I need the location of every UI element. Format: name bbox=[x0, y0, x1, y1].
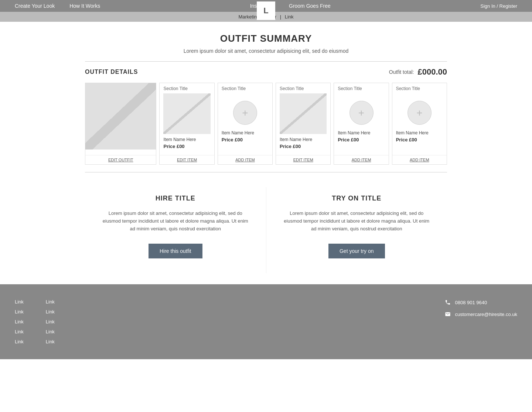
outfit-details-title: OUTFIT DETAILS bbox=[85, 69, 138, 75]
logo[interactable]: L bbox=[257, 1, 275, 20]
card-item-name-2: Item Name Here bbox=[222, 130, 269, 135]
outfit-main-card: EDIT OUTFIT bbox=[85, 83, 156, 165]
footer-links: Link Link Link Link Link Link Link Link … bbox=[15, 299, 55, 344]
card-body-2: Section Title + Item Name Here Price £00 bbox=[218, 83, 272, 155]
add-item-circle-2: + bbox=[233, 101, 257, 125]
phone-icon bbox=[444, 299, 451, 306]
add-item-button-2[interactable]: ADD ITEM bbox=[218, 155, 272, 164]
main-card-image bbox=[85, 83, 156, 150]
outfit-total-price: £000.00 bbox=[417, 67, 447, 77]
item-card-2: Section Title + Item Name Here Price £00… bbox=[218, 83, 273, 165]
banner-link[interactable]: Link bbox=[285, 14, 294, 20]
outfit-summary-header: OUTFIT SUMMARY Lorem ipsum dolor sit ame… bbox=[85, 33, 447, 54]
footer-email: customercare@hiresite.co.uk bbox=[455, 312, 517, 317]
card-price-5: Price £00 bbox=[396, 137, 443, 143]
footer-col-2: Link Link Link Link Link bbox=[46, 299, 55, 344]
edit-outfit-button[interactable]: EDIT OUTFIT bbox=[85, 155, 156, 164]
card-price-1: Price £00 bbox=[163, 144, 210, 149]
nav-groom-goes-free[interactable]: Groom Goes Free bbox=[289, 3, 331, 9]
tryon-title: TRY ON TITLE bbox=[281, 195, 433, 202]
footer-col2-link-1[interactable]: Link bbox=[46, 309, 55, 315]
main-image-placeholder bbox=[85, 83, 156, 150]
banner-separator: | bbox=[280, 14, 281, 20]
card-item-name-1: Item Name Here bbox=[163, 137, 210, 142]
item-card-5: Section Title + Item Name Here Price £00… bbox=[392, 83, 447, 165]
main-nav: Create Your Look How It Works L Inspire … bbox=[0, 0, 532, 12]
footer-col-1: Link Link Link Link Link bbox=[15, 299, 24, 344]
card-section-title-1: Section Title bbox=[163, 86, 210, 91]
card-body-1: Section Title Item Name Here Price £00 bbox=[160, 83, 214, 155]
footer-contact: 0808 901 9640 customercare@hiresite.co.u… bbox=[444, 299, 517, 344]
footer-phone: 0808 901 9640 bbox=[455, 300, 487, 305]
add-item-button-4[interactable]: ADD ITEM bbox=[334, 155, 388, 164]
hire-column: HIRE TITLE Lorem ipsum dolor sit amet, c… bbox=[85, 187, 266, 273]
page-content: OUTFIT SUMMARY Lorem ipsum dolor sit ame… bbox=[78, 22, 454, 284]
footer-email-item: customercare@hiresite.co.uk bbox=[444, 311, 517, 317]
card-section-title-3: Section Title bbox=[280, 86, 327, 91]
card-body-5: Section Title + Item Name Here Price £00 bbox=[392, 83, 447, 155]
card-item-name-5: Item Name Here bbox=[396, 130, 443, 135]
nav-how-it-works[interactable]: How It Works bbox=[69, 3, 100, 9]
footer-col2-link-0[interactable]: Link bbox=[46, 299, 55, 305]
footer: Link Link Link Link Link Link Link Link … bbox=[0, 284, 532, 359]
card-section-title-5: Section Title bbox=[396, 86, 443, 91]
footer-col2-link-3[interactable]: Link bbox=[46, 329, 55, 334]
card-item-name-4: Item Name Here bbox=[338, 130, 385, 135]
hire-tryon-section: HIRE TITLE Lorem ipsum dolor sit amet, c… bbox=[85, 172, 447, 273]
nav-left-links: Create Your Look How It Works bbox=[15, 3, 100, 9]
footer-col1-link-0[interactable]: Link bbox=[15, 299, 24, 305]
footer-phone-item: 0808 901 9640 bbox=[444, 299, 517, 306]
outfit-details-header: OUTFIT DETAILS Outfit total: £000.00 bbox=[85, 67, 447, 77]
hire-title: HIRE TITLE bbox=[100, 195, 251, 202]
footer-col1-link-1[interactable]: Link bbox=[15, 309, 24, 315]
plus-icon-4: + bbox=[358, 107, 364, 119]
footer-col2-link-2[interactable]: Link bbox=[46, 319, 55, 325]
card-image-3 bbox=[280, 93, 327, 134]
footer-col2-link-4[interactable]: Link bbox=[46, 339, 55, 344]
add-item-circle-5: + bbox=[407, 101, 432, 125]
tryon-column: TRY ON TITLE Lorem ipsum dolor sit amet,… bbox=[266, 187, 447, 273]
items-grid: EDIT OUTFIT Section Title Item Name Here… bbox=[85, 83, 447, 165]
footer-col1-link-3[interactable]: Link bbox=[15, 329, 24, 334]
hire-description: Lorem ipsum dolor sit amet, consectetur … bbox=[100, 210, 251, 233]
item-card-3: Section Title Item Name Here Price £00 E… bbox=[276, 83, 331, 165]
get-try-on-button[interactable]: Get your try on bbox=[328, 244, 385, 258]
plus-icon-5: + bbox=[416, 107, 422, 119]
item-card-1: Section Title Item Name Here Price £00 E… bbox=[159, 83, 214, 165]
hire-outfit-button[interactable]: Hire this outfit bbox=[149, 244, 202, 258]
card-body-4: Section Title + Item Name Here Price £00 bbox=[334, 83, 388, 155]
card-body-3: Section Title Item Name Here Price £00 bbox=[276, 83, 330, 155]
email-icon bbox=[444, 311, 451, 317]
plus-icon-2: + bbox=[242, 107, 248, 119]
add-item-circle-4: + bbox=[349, 101, 374, 125]
add-item-button-5[interactable]: ADD ITEM bbox=[392, 155, 447, 164]
divider-top bbox=[85, 61, 447, 62]
outfit-summary-title: OUTFIT SUMMARY bbox=[85, 33, 447, 44]
card-item-name-3: Item Name Here bbox=[280, 137, 327, 142]
card-section-title-4: Section Title bbox=[338, 86, 385, 91]
item-card-4: Section Title + Item Name Here Price £00… bbox=[334, 83, 389, 165]
tryon-description: Lorem ipsum dolor sit amet, consectetur … bbox=[281, 210, 433, 233]
nav-create-your-look[interactable]: Create Your Look bbox=[15, 3, 55, 9]
outfit-total: Outfit total: £000.00 bbox=[389, 67, 447, 77]
outfit-total-label: Outfit total: bbox=[389, 69, 414, 75]
card-price-2: Price £00 bbox=[222, 137, 269, 143]
card-price-3: Price £00 bbox=[280, 144, 327, 149]
edit-item-button-1[interactable]: EDIT ITEM bbox=[160, 155, 214, 164]
sign-in-register[interactable]: Sign In / Register bbox=[480, 3, 517, 9]
edit-item-button-3[interactable]: EDIT ITEM bbox=[276, 155, 330, 164]
footer-col1-link-2[interactable]: Link bbox=[15, 319, 24, 325]
card-image-1 bbox=[163, 93, 210, 134]
card-section-title-2: Section Title bbox=[222, 86, 269, 91]
outfit-summary-subtitle: Lorem ipsum dolor sit amet, consectetur … bbox=[85, 48, 447, 54]
footer-col1-link-4[interactable]: Link bbox=[15, 339, 24, 344]
card-price-4: Price £00 bbox=[338, 137, 385, 143]
